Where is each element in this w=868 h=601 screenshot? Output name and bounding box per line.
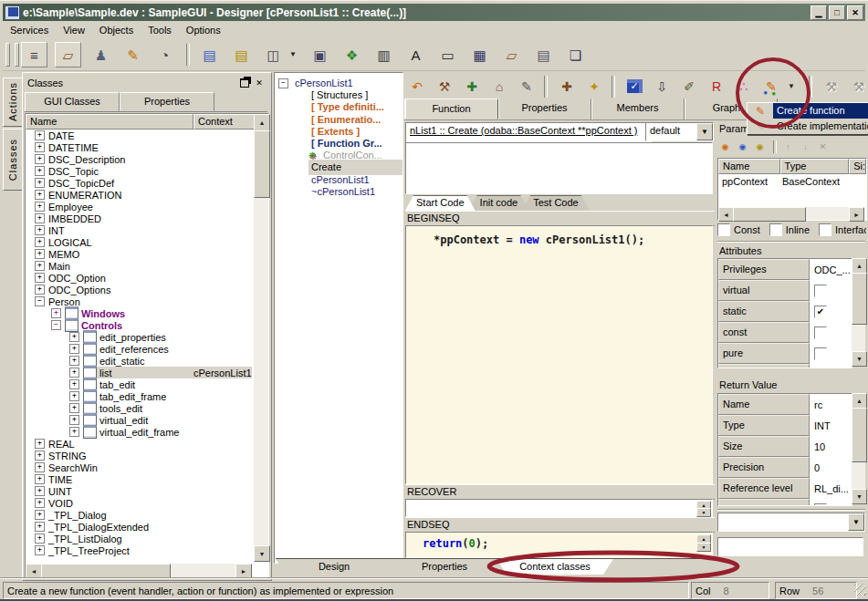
column-name[interactable]: Name xyxy=(26,114,193,130)
tree-item-main[interactable]: + Main xyxy=(26,260,252,272)
tree-item-date[interactable]: + DATE xyxy=(26,130,252,141)
tree-item-virtual-edit[interactable]: + virtual_edit xyxy=(26,414,252,426)
return-row[interactable]: Size 10 xyxy=(718,436,852,457)
window-icon[interactable]: ❏ xyxy=(563,43,588,67)
expand-icon[interactable]: + xyxy=(35,273,45,283)
tab-function-properties[interactable]: Properties xyxy=(498,98,591,119)
combo-dropdown-icon[interactable]: ▼ xyxy=(696,123,713,140)
eraser-icon[interactable]: ▱ xyxy=(55,42,81,67)
scroll-left-icon[interactable]: ◄ xyxy=(718,207,734,222)
tree-item-enumeration[interactable]: + ENUMERATION xyxy=(26,189,252,201)
delete-parameter-icon[interactable]: ✕ xyxy=(815,140,831,154)
expand-icon[interactable]: + xyxy=(35,178,45,188)
expand-icon[interactable]: + xyxy=(69,379,79,389)
recover-code-area[interactable]: ▲ ▼ xyxy=(405,499,713,517)
scroll-thumb[interactable] xyxy=(254,130,270,198)
tab-test-code[interactable]: Test Code xyxy=(522,195,590,211)
tree-item-tpl-dialogextended[interactable]: + _TPL_DialogExtended xyxy=(26,521,252,533)
tree-item-dsc-topicdef[interactable]: + DSC_TopicDef xyxy=(26,177,252,189)
attribute-row[interactable]: pure xyxy=(718,343,852,364)
extra-field[interactable] xyxy=(717,537,863,556)
expand-icon[interactable]: + xyxy=(69,427,79,437)
printer-blue-icon[interactable]: ▤ xyxy=(197,43,222,67)
tree-item-uint[interactable]: + UINT xyxy=(26,485,252,497)
sidebar-tab-classes[interactable]: Classes xyxy=(3,129,22,191)
reference-manual-icon[interactable]: ♟ xyxy=(89,43,113,67)
expand-icon[interactable]: + xyxy=(35,249,45,259)
tree-item-logical[interactable]: + LOGICAL xyxy=(26,236,252,248)
tree-item-edit-properties[interactable]: + edit_properties xyxy=(26,331,252,343)
return-row[interactable]: Name rc xyxy=(718,394,852,415)
image-icon[interactable]: ▣ xyxy=(308,43,332,67)
tree-item-string[interactable]: + STRING xyxy=(26,450,252,461)
expand-icon[interactable]: + xyxy=(69,368,79,378)
tree-item-controls[interactable]: − Controls xyxy=(26,319,252,331)
expand-icon[interactable]: + xyxy=(35,190,45,200)
expand-icon[interactable]: + xyxy=(69,391,79,401)
add-parameter-icon[interactable]: ◉ xyxy=(717,140,733,154)
expand-icon[interactable]: + xyxy=(35,225,45,235)
interface-checkbox[interactable] xyxy=(819,223,831,236)
implementation-combo[interactable]: default ▼ xyxy=(645,122,714,141)
expand-icon[interactable]: − xyxy=(278,78,288,88)
member-destructor[interactable]: ❋ ~cPersonList1 xyxy=(275,186,403,198)
move-down-icon[interactable]: ↓ xyxy=(798,140,813,154)
parameter-table-scrollbar[interactable]: ◄ ► xyxy=(718,207,864,220)
tab-members[interactable]: Members xyxy=(591,98,685,119)
virtual-checkbox[interactable] xyxy=(814,285,827,297)
return-row[interactable]: Precision 0 xyxy=(718,457,852,478)
tree-horizontal-scrollbar[interactable]: ◄ ► xyxy=(26,564,252,577)
font-icon[interactable]: A xyxy=(403,43,428,67)
float-panel-icon[interactable] xyxy=(238,77,251,88)
menu-objects[interactable]: Objects xyxy=(92,23,141,37)
tree-item-tools-edit[interactable]: + tools_edit xyxy=(26,402,252,414)
tab-gui-classes[interactable]: GUI Classes xyxy=(25,92,120,111)
column-size[interactable]: Si: xyxy=(849,159,866,174)
parameter-row[interactable]: ppContext BaseContext xyxy=(718,174,866,189)
toolbar-dropdown-icon[interactable]: ▼ xyxy=(286,43,300,67)
move-up-icon[interactable]: ↑ xyxy=(780,140,796,154)
tree-item-memo[interactable]: + MEMO xyxy=(26,248,252,260)
resize-grip[interactable] xyxy=(854,584,866,596)
tree-item-dsc-description[interactable]: + DSC_Description xyxy=(26,153,252,165)
declaration-area[interactable] xyxy=(405,142,713,194)
eraser-2-icon[interactable]: ▱ xyxy=(499,43,524,67)
expand-icon[interactable]: + xyxy=(35,130,45,140)
save-icon[interactable]: ✓ xyxy=(622,76,646,98)
attributes-scrollbar[interactable]: ▲ ▼ xyxy=(852,258,865,367)
server-icon[interactable]: ▤ xyxy=(531,43,556,67)
expand-icon[interactable]: + xyxy=(35,213,45,223)
scroll-thumb[interactable] xyxy=(852,408,867,462)
tree-item-person[interactable]: − Person xyxy=(26,295,252,307)
expand-icon[interactable]: + xyxy=(69,356,79,366)
expand-icon[interactable]: + xyxy=(51,308,61,318)
tab-design-properties[interactable]: Properties xyxy=(386,559,503,575)
tree-item-datetime[interactable]: + DATETIME xyxy=(26,141,252,153)
export-document-icon[interactable]: ⇩ xyxy=(650,76,674,98)
extra-combo[interactable]: ▼ xyxy=(717,513,865,532)
delete-function-icon[interactable]: ⚒ xyxy=(433,76,456,98)
edit-source-icon[interactable]: ✎ xyxy=(515,76,539,98)
expand-icon[interactable]: + xyxy=(35,498,45,508)
scroll-down-icon[interactable]: ▼ xyxy=(852,489,867,504)
function-signature[interactable]: nList1 :: Create (odaba::BaseContext **p… xyxy=(410,125,637,136)
tools-icon[interactable]: ❖ xyxy=(340,43,364,67)
expand-icon[interactable]: + xyxy=(35,510,45,520)
scroll-thumb[interactable] xyxy=(733,207,806,222)
expand-icon[interactable]: − xyxy=(35,296,45,306)
menu-view[interactable]: View xyxy=(56,23,92,37)
expand-icon[interactable]: + xyxy=(35,534,45,544)
tree-vertical-scrollbar[interactable]: ▲ ▼ xyxy=(254,114,268,562)
tab-init-code[interactable]: Init code xyxy=(469,195,529,211)
expand-icon[interactable]: + xyxy=(35,154,45,164)
return-const-checkbox[interactable] xyxy=(814,503,827,507)
ci-icon[interactable]: ⚒ xyxy=(847,76,868,98)
tree-item-imbedded[interactable]: + IMBEDDED xyxy=(26,212,252,224)
attribute-row[interactable]: const xyxy=(718,322,852,343)
scroll-right-icon[interactable]: ► xyxy=(849,207,864,222)
attribute-row[interactable]: Privileges ODC_... xyxy=(718,259,852,280)
scroll-up-icon[interactable]: ▲ xyxy=(852,393,867,409)
tree-item-tab-edit[interactable]: + tab_edit xyxy=(26,378,252,390)
scroll-down-icon[interactable]: ▼ xyxy=(696,508,711,517)
expand-icon[interactable]: + xyxy=(35,522,45,532)
